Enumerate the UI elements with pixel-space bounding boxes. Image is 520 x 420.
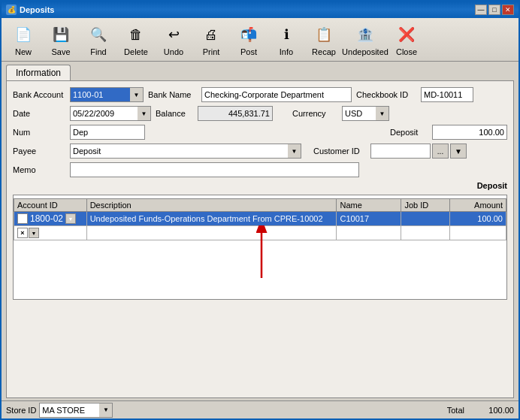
table-container: Account ID Description Name Job ID Amoun…: [13, 195, 507, 300]
close-label: Close: [396, 47, 417, 56]
num-label: Num: [13, 128, 65, 137]
deposit-label: Deposit: [390, 128, 428, 137]
payee-input[interactable]: [70, 144, 288, 159]
checkbook-id-input[interactable]: [421, 87, 473, 102]
table-row[interactable]: × ▼: [14, 226, 506, 240]
post-icon: 📬: [237, 23, 261, 47]
title-bar: 💰 Deposits — □ ✕: [2, 2, 518, 18]
customer-id-input[interactable]: [370, 144, 431, 159]
app-icon: 💰: [6, 5, 17, 15]
bank-name-input[interactable]: [201, 87, 352, 102]
find-button[interactable]: 🔍 Find: [81, 21, 116, 58]
row2-checkbox[interactable]: ×: [17, 228, 28, 238]
post-label: Post: [240, 47, 257, 56]
bank-account-dropdown-btn[interactable]: ▼: [130, 87, 144, 102]
row1-description: Undeposited Funds-Operations Department …: [86, 212, 337, 226]
recap-label: Recap: [312, 47, 336, 56]
row1-amount: 100.00: [449, 212, 506, 226]
print-icon: 🖨: [199, 23, 223, 47]
undo-icon: ↩: [162, 23, 186, 47]
deposit-section-label: Deposit: [477, 181, 507, 190]
delete-icon: 🗑: [124, 23, 148, 47]
undeposited-button[interactable]: 🏦 Undeposited: [344, 21, 386, 58]
total-section: Total 100.00: [447, 406, 514, 415]
col-header-name: Name: [337, 199, 401, 212]
store-id-label: Store ID: [6, 406, 36, 415]
bank-account-combo: ▼: [70, 87, 144, 102]
total-value: 100.00: [469, 406, 514, 415]
row1-name: C10017: [337, 212, 401, 226]
close-window-button[interactable]: ✕: [502, 5, 514, 15]
undeposited-label: Undeposited: [342, 47, 388, 56]
row1-account-combo-btn[interactable]: ▼: [65, 213, 76, 224]
status-bar: Store ID ▼ Total 100.00: [2, 400, 518, 418]
currency-dropdown-btn[interactable]: ▼: [376, 106, 389, 121]
undo-button[interactable]: ↩ Undo: [156, 21, 191, 58]
table-row[interactable]: × 1800-02 ▼ Undeposited Funds-Operations…: [14, 212, 506, 226]
form-panel: Bank Account ▼ Bank Name Checkbook ID Da…: [6, 80, 514, 398]
row1-job-id: [401, 212, 449, 226]
info-button[interactable]: ℹ Info: [269, 21, 304, 58]
find-label: Find: [90, 47, 106, 56]
info-icon: ℹ: [274, 23, 298, 47]
payee-combo: ▼: [70, 144, 301, 159]
maximize-button[interactable]: □: [488, 5, 500, 15]
customer-id-lookup-btn[interactable]: ...: [432, 144, 449, 159]
payee-dropdown-btn[interactable]: ▼: [288, 144, 301, 159]
payee-label: Payee: [13, 147, 65, 156]
store-dropdown-btn[interactable]: ▼: [99, 403, 113, 418]
save-icon: 💾: [49, 23, 73, 47]
save-button[interactable]: 💾 Save: [44, 21, 78, 58]
new-button[interactable]: 📄 New: [6, 21, 41, 58]
toolbar: 📄 New 💾 Save 🔍 Find 🗑 Delete ↩ Undo 🖨 Pr…: [2, 18, 518, 62]
row1-checkbox[interactable]: ×: [17, 213, 28, 224]
currency-label: Currency: [292, 109, 337, 118]
date-dropdown-btn[interactable]: ▼: [138, 106, 151, 121]
print-label: Print: [203, 47, 220, 56]
row2-job-id: [401, 226, 449, 240]
row2-account-combo-btn[interactable]: ▼: [29, 228, 39, 238]
num-input[interactable]: [70, 125, 145, 140]
new-icon: 📄: [11, 23, 35, 47]
recap-icon: 📋: [312, 23, 336, 47]
balance-label: Balance: [156, 109, 193, 118]
new-label: New: [15, 47, 32, 56]
balance-input: [198, 106, 273, 121]
bank-account-input[interactable]: [70, 87, 130, 102]
tab-container: Information: [6, 65, 514, 80]
delete-button[interactable]: 🗑 Delete: [119, 21, 153, 58]
undeposited-icon: 🏦: [353, 23, 377, 47]
undo-label: Undo: [164, 47, 183, 56]
close-icon: ❌: [395, 23, 419, 47]
customer-id-dropdown-btn[interactable]: ▼: [450, 144, 467, 159]
date-input[interactable]: [70, 106, 138, 121]
store-id-input[interactable]: [39, 403, 99, 418]
checkbook-id-label: Checkbook ID: [356, 90, 416, 99]
bank-account-label: Bank Account: [13, 90, 65, 99]
save-label: Save: [51, 47, 70, 56]
customer-id-row: ... ▼: [370, 144, 467, 159]
col-header-description: Description: [86, 199, 337, 212]
row2-amount: [449, 226, 506, 240]
deposit-input[interactable]: [432, 125, 507, 140]
recap-button[interactable]: 📋 Recap: [307, 21, 341, 58]
close-button[interactable]: ❌ Close: [389, 21, 424, 58]
info-label: Info: [280, 47, 293, 56]
post-button[interactable]: 📬 Post: [231, 21, 266, 58]
row1-account-id: × 1800-02 ▼: [14, 212, 87, 226]
currency-input[interactable]: [342, 106, 376, 121]
date-combo: ▼: [70, 106, 151, 121]
minimize-button[interactable]: —: [475, 5, 487, 15]
tab-information[interactable]: Information: [6, 65, 71, 80]
print-button[interactable]: 🖨 Print: [194, 21, 228, 58]
total-label: Total: [447, 406, 464, 415]
col-header-amount: Amount: [449, 199, 506, 212]
row2-name: [337, 226, 401, 240]
currency-combo: ▼: [342, 106, 389, 121]
row2-account-id: × ▼: [14, 226, 87, 240]
row2-description: [86, 226, 337, 240]
bank-name-label: Bank Name: [148, 90, 197, 99]
store-combo: ▼: [39, 403, 113, 418]
memo-input[interactable]: [70, 162, 359, 177]
memo-label: Memo: [13, 165, 65, 174]
